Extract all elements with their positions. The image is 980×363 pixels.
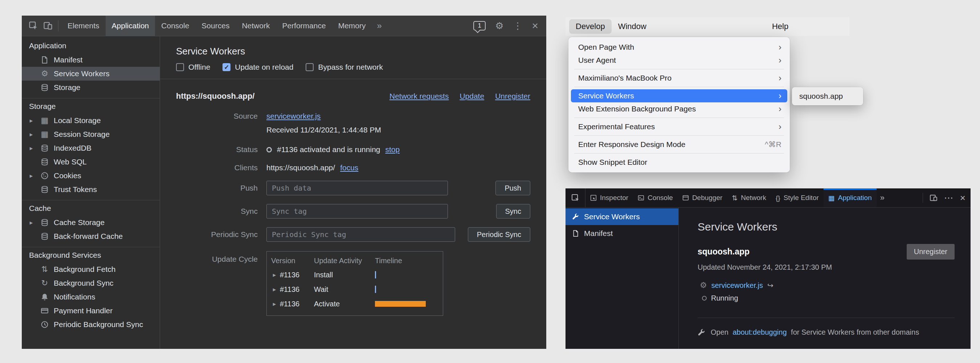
document-icon xyxy=(39,56,50,64)
expander-icon[interactable]: ▸ xyxy=(27,131,35,138)
tab-memory[interactable]: Memory xyxy=(332,16,372,36)
table-row[interactable]: ▸#1136 Install xyxy=(267,267,443,282)
sidebar-item-web-sql[interactable]: Web SQL xyxy=(22,155,160,169)
expander-icon[interactable]: ▸ xyxy=(271,286,278,293)
sidebar-item-service-workers[interactable]: ⚙ Service Workers xyxy=(22,67,160,81)
sidebar-item-storage[interactable]: Storage xyxy=(22,81,160,94)
push-data-input[interactable] xyxy=(266,181,448,195)
bypass-for-network-checkbox[interactable]: Bypass for network xyxy=(305,63,383,72)
sidebar-item-cache-storage[interactable]: ▸ Cache Storage xyxy=(22,216,160,229)
menubar-item-develop[interactable]: Develop xyxy=(569,19,612,34)
sidebar-item-background-sync[interactable]: ↻ Background Sync xyxy=(22,276,160,290)
inspect-element-icon[interactable] xyxy=(26,19,41,33)
sidebar-item-background-fetch[interactable]: ⇅ Background Fetch xyxy=(22,263,160,276)
menu-item-show-snippet-editor[interactable]: Show Snippet Editor xyxy=(571,156,787,169)
push-button[interactable]: Push xyxy=(495,181,530,195)
tab-elements[interactable]: Elements xyxy=(61,16,106,36)
sidebar-item-periodic-background-sync[interactable]: Periodic Background Sync xyxy=(22,318,160,331)
sync-button[interactable]: Sync xyxy=(496,204,530,218)
sidebar-item-back-forward-cache[interactable]: Back-forward Cache xyxy=(22,229,160,243)
sidebar-item-manifest[interactable]: Manifest xyxy=(22,53,160,67)
kebab-menu-icon[interactable]: ⋮ xyxy=(513,21,522,30)
unregister-link[interactable]: Unregister xyxy=(495,92,530,100)
tab-network[interactable]: ⇅ Network xyxy=(727,188,771,207)
checkbox-unchecked[interactable] xyxy=(305,63,313,71)
update-on-reload-checkbox[interactable]: Update on reload xyxy=(223,63,293,72)
push-label: Push xyxy=(176,181,258,195)
sidebar-item-indexeddb[interactable]: ▸ IndexedDB xyxy=(22,141,160,155)
network-requests-link[interactable]: Network requests xyxy=(390,92,449,100)
expander-icon[interactable]: ▸ xyxy=(27,219,35,226)
device-toolbar-icon[interactable] xyxy=(41,19,55,33)
menu-item-enter-responsive-design-mode[interactable]: Enter Responsive Design Mode ^⌘R xyxy=(571,138,787,151)
sidebar-item-label: Trust Tokens xyxy=(54,185,97,194)
tab-console[interactable]: Console xyxy=(633,188,678,207)
close-devtools-icon[interactable]: × xyxy=(960,193,966,202)
expander-icon[interactable]: ▸ xyxy=(271,300,278,308)
expander-icon[interactable]: ▸ xyxy=(271,271,278,279)
checkbox-unchecked[interactable] xyxy=(176,63,184,71)
settings-gear-icon[interactable]: ⚙ xyxy=(495,21,503,30)
expander-icon[interactable]: ▸ xyxy=(27,172,35,180)
sidebar-item-session-storage[interactable]: ▸ ▦ Session Storage xyxy=(22,127,160,141)
tab-network[interactable]: Network xyxy=(235,16,276,36)
menu-item-user-agent[interactable]: User Agent › xyxy=(571,54,787,67)
meatball-menu-icon[interactable]: ⋯ xyxy=(944,193,953,202)
sidebar-item-trust-tokens[interactable]: Trust Tokens xyxy=(22,183,160,196)
menubar-item-window[interactable]: Window xyxy=(612,19,653,34)
menu-item-web-extension-background-pages[interactable]: Web Extension Background Pages › xyxy=(571,102,787,115)
menu-item-experimental-features[interactable]: Experimental Features › xyxy=(571,120,787,133)
more-tabs-icon[interactable]: » xyxy=(877,188,888,207)
sidebar-item-label: Notifications xyxy=(54,293,95,301)
clients-label: Clients xyxy=(176,163,258,172)
focus-link[interactable]: focus xyxy=(340,163,358,172)
tab-debugger[interactable]: Debugger xyxy=(678,188,727,207)
tab-sources[interactable]: Sources xyxy=(195,16,235,36)
issues-badge-icon[interactable]: 1 xyxy=(473,21,486,30)
gear-icon: ⚙ xyxy=(39,70,50,78)
tab-console[interactable]: Console xyxy=(155,16,195,36)
tab-inspector[interactable]: Inspector xyxy=(585,188,633,207)
tab-application[interactable]: ▦ Application xyxy=(824,188,877,207)
source-file-link[interactable]: serviceworker.js xyxy=(266,112,320,121)
table-row[interactable]: ▸#1136 Wait xyxy=(267,282,443,296)
menubar-item-help[interactable]: Help xyxy=(765,19,795,34)
menu-item-service-workers[interactable]: Service Workers › xyxy=(571,89,787,102)
menu-item-open-page-with[interactable]: Open Page With › xyxy=(571,41,787,54)
sync-tag-input[interactable] xyxy=(266,204,448,218)
sidebar-item-service-workers[interactable]: Service Workers xyxy=(565,209,678,225)
update-link[interactable]: Update xyxy=(460,92,484,100)
pick-element-icon[interactable] xyxy=(565,188,585,207)
tab-performance[interactable]: Performance xyxy=(276,16,332,36)
expander-icon[interactable]: ▸ xyxy=(27,117,35,124)
tab-application[interactable]: Application xyxy=(106,16,155,36)
menu-item-maximilianos-macbook-pro[interactable]: Maximiliano's MacBook Pro › xyxy=(571,72,787,84)
stop-link[interactable]: stop xyxy=(385,145,399,154)
about-debugging-link[interactable]: about:debugging xyxy=(733,328,787,336)
more-tabs-icon[interactable]: » xyxy=(372,21,387,31)
tab-style-editor[interactable]: {} Style Editor xyxy=(771,188,824,207)
sidebar-item-notifications[interactable]: Notifications xyxy=(22,290,160,304)
unregister-button[interactable]: Unregister xyxy=(907,244,955,260)
sidebar-item-manifest[interactable]: Manifest xyxy=(565,225,678,242)
menu-item-label: Enter Responsive Design Mode xyxy=(578,140,685,149)
chevron-right-icon: › xyxy=(778,73,781,83)
offline-checkbox[interactable]: Offline xyxy=(176,63,210,72)
push-row: Push Push xyxy=(176,181,530,195)
sidebar-item-cookies[interactable]: ▸ Cookies xyxy=(22,169,160,183)
worker-file-link[interactable]: serviceworker.js xyxy=(711,281,763,290)
responsive-design-icon[interactable] xyxy=(929,194,937,202)
sidebar-item-label: Service Workers xyxy=(584,212,640,221)
sidebar-item-local-storage[interactable]: ▸ ▦ Local Storage xyxy=(22,114,160,127)
menu-item-label: Experimental Features xyxy=(578,122,655,131)
submenu-item-squoosh-app[interactable]: squoosh.app xyxy=(792,90,863,102)
tab-label: Application xyxy=(838,194,872,202)
sidebar-item-payment-handler[interactable]: Payment Handler xyxy=(22,304,160,318)
checkbox-checked[interactable] xyxy=(223,63,231,71)
table-row[interactable]: ▸#1136 Activate xyxy=(267,296,443,311)
expander-icon[interactable]: ▸ xyxy=(27,145,35,152)
periodic-sync-button[interactable]: Periodic Sync xyxy=(468,227,530,242)
periodic-sync-tag-input[interactable] xyxy=(266,227,455,242)
close-devtools-icon[interactable]: × xyxy=(532,20,538,31)
origin-row: https://squoosh.app/ Network requests Up… xyxy=(176,91,530,101)
